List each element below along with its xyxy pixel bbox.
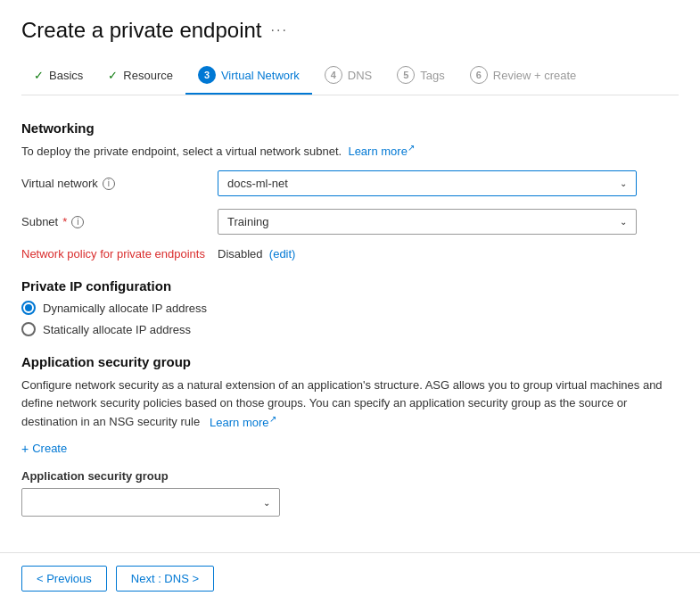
- asg-title: Application security group: [21, 354, 679, 369]
- asg-chevron-icon: ⌄: [263, 498, 270, 508]
- subnet-row: Subnet * i Training ⌄: [21, 209, 679, 235]
- step-label-dns: DNS: [348, 69, 372, 82]
- step-dns[interactable]: 4 DNS: [312, 59, 384, 95]
- ip-config-title: Private IP configuration: [21, 278, 679, 294]
- step-tags[interactable]: 5 Tags: [384, 59, 457, 95]
- page-title: Create a private endpoint: [21, 18, 262, 43]
- step-review[interactable]: 6 Review + create: [457, 59, 589, 95]
- asg-dropdown-label: Application security group: [21, 469, 679, 483]
- step-number-tags: 5: [397, 66, 415, 84]
- learn-more-asg[interactable]: Learn more↗: [206, 416, 276, 429]
- step-label-resource: Resource: [123, 69, 173, 82]
- asg-dropdown[interactable]: ⌄: [21, 488, 280, 517]
- subnet-required-star: *: [62, 215, 67, 228]
- step-number-review: 6: [470, 66, 488, 84]
- virtual-network-row: Virtual network i docs-ml-net ⌄: [21, 170, 679, 196]
- step-resource[interactable]: ✓ Resource: [95, 62, 185, 93]
- radio-dynamic-label: Dynamically allocate IP address: [43, 302, 207, 315]
- content-area: Networking To deploy the private endpoin…: [21, 117, 679, 552]
- virtual-network-info-icon[interactable]: i: [103, 178, 115, 190]
- virtual-network-chevron-icon: ⌄: [620, 178, 627, 188]
- plus-icon: +: [21, 443, 29, 455]
- ellipsis-menu[interactable]: ···: [271, 22, 288, 38]
- wizard-steps: ✓ Basics ✓ Resource 3 Virtual Network 4 …: [21, 59, 679, 95]
- subnet-info-icon[interactable]: i: [71, 216, 84, 228]
- step-number-virtual-network: 3: [198, 66, 216, 84]
- network-policy-row: Network policy for private endpoints Dis…: [21, 247, 679, 261]
- previous-button[interactable]: < Previous: [21, 566, 107, 592]
- step-number-dns: 4: [325, 66, 342, 84]
- step-virtual-network[interactable]: 3 Virtual Network: [185, 59, 312, 95]
- step-label-basics: Basics: [49, 69, 83, 82]
- ip-config-section: Private IP configuration Dynamically all…: [21, 278, 679, 336]
- network-policy-edit-link[interactable]: (edit): [269, 247, 296, 261]
- learn-more-networking[interactable]: Learn more↗: [348, 145, 414, 158]
- radio-static[interactable]: Statically allocate IP address: [21, 322, 679, 336]
- radio-dynamic-circle: [21, 301, 36, 315]
- networking-subtitle: To deploy the private endpoint, select a…: [21, 143, 679, 158]
- asg-section: Application security group Configure net…: [21, 354, 679, 517]
- footer: < Previous Next : DNS >: [0, 552, 700, 604]
- network-policy-value: Disabled (edit): [218, 247, 295, 261]
- subnet-dropdown[interactable]: Training ⌄: [218, 209, 637, 235]
- networking-title: Networking: [21, 120, 679, 136]
- external-link-icon: ↗: [408, 143, 415, 153]
- subnet-label: Subnet * i: [21, 215, 218, 228]
- asg-description: Configure network security as a natural …: [21, 376, 679, 431]
- radio-static-label: Statically allocate IP address: [43, 323, 191, 336]
- step-basics[interactable]: ✓ Basics: [21, 62, 95, 93]
- radio-static-circle: [21, 322, 36, 336]
- step-label-review: Review + create: [493, 69, 577, 82]
- check-icon-basics: ✓: [34, 69, 44, 82]
- virtual-network-label: Virtual network i: [21, 177, 218, 190]
- next-button[interactable]: Next : DNS >: [116, 566, 214, 592]
- asg-create-link[interactable]: + Create: [21, 442, 679, 455]
- step-label-tags: Tags: [420, 69, 444, 82]
- check-icon-resource: ✓: [108, 69, 118, 82]
- networking-section: Networking To deploy the private endpoin…: [21, 120, 679, 261]
- ip-config-radio-group: Dynamically allocate IP address Statical…: [21, 301, 679, 336]
- step-label-virtual-network: Virtual Network: [221, 69, 300, 82]
- network-policy-label: Network policy for private endpoints: [21, 247, 218, 261]
- radio-dynamic[interactable]: Dynamically allocate IP address: [21, 301, 679, 315]
- subnet-chevron-icon: ⌄: [620, 217, 627, 227]
- external-link-asg-icon: ↗: [269, 413, 276, 423]
- virtual-network-dropdown[interactable]: docs-ml-net ⌄: [218, 170, 637, 196]
